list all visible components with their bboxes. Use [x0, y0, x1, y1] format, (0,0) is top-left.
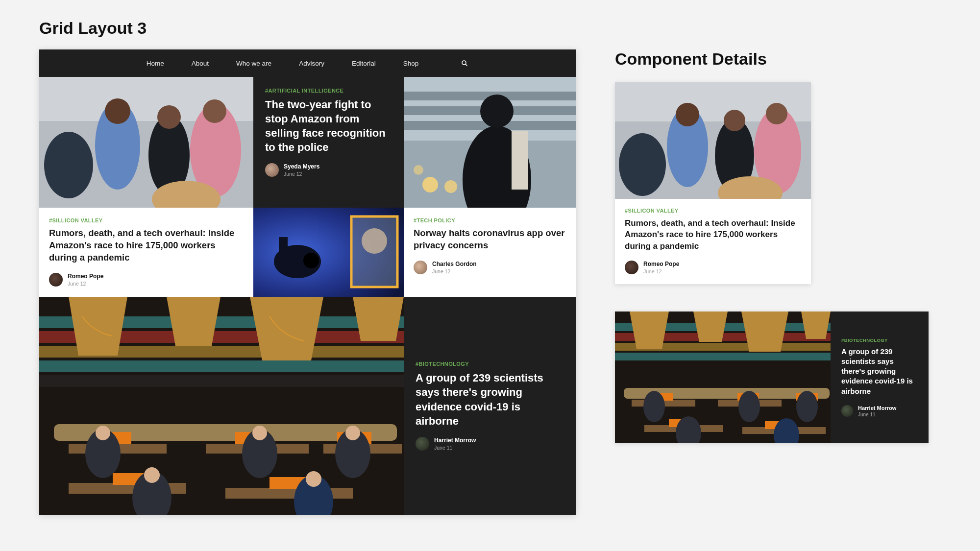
- card-tech-tag: #TECH POLICY: [414, 217, 566, 223]
- svg-point-0: [462, 61, 466, 65]
- svg-point-54: [345, 426, 360, 440]
- publish-date: June 12: [643, 268, 679, 274]
- svg-point-18: [480, 95, 514, 128]
- card-dark-byline: Harriet Morrow June 11: [841, 405, 918, 417]
- svg-rect-35: [39, 375, 404, 387]
- hero-image-camera: [253, 208, 404, 297]
- grid-layout-preview: Home About Who we are Advisory Editorial…: [39, 49, 576, 515]
- hero-image-crowd: [39, 77, 253, 208]
- svg-point-61: [676, 103, 699, 126]
- hero-image-street: [404, 77, 576, 208]
- avatar: [625, 261, 638, 274]
- svg-rect-19: [512, 131, 528, 190]
- svg-point-20: [422, 177, 438, 192]
- card-bio[interactable]: #BIOTECHNOLOGY A group of 239 scientists…: [404, 297, 576, 515]
- card-tech-byline: Charles Gordon June 12: [414, 261, 566, 274]
- card-ai[interactable]: #ARTIFICIAL INTELLIGENCE The two-year fi…: [253, 77, 404, 208]
- card-silicon-byline: Romeo Pope June 12: [49, 273, 244, 287]
- svg-line-1: [466, 64, 467, 66]
- nav-who[interactable]: Who we are: [236, 60, 271, 67]
- card-silicon-title: Rumors, death, and a tech overhaul: Insi…: [49, 227, 244, 264]
- hero-image-restaurant: [39, 297, 404, 515]
- svg-rect-39: [225, 488, 353, 499]
- author-name: Romeo Pope: [68, 273, 103, 280]
- author-name: Romeo Pope: [643, 261, 679, 267]
- publish-date: June 11: [858, 412, 896, 417]
- svg-point-26: [362, 228, 387, 254]
- svg-rect-34: [39, 360, 404, 372]
- svg-point-59: [619, 133, 666, 196]
- svg-point-8: [157, 105, 181, 129]
- avatar: [841, 405, 853, 417]
- svg-point-83: [738, 391, 760, 422]
- card-light-image: [615, 82, 811, 199]
- svg-rect-71: [615, 353, 831, 360]
- publish-date: June 12: [432, 268, 477, 274]
- avatar: [416, 437, 429, 451]
- card-light-tag: #SILLICON VALLEY: [625, 208, 801, 214]
- svg-point-22: [414, 165, 423, 175]
- svg-point-56: [306, 471, 321, 487]
- card-ai-title: The two-year fight to stop Amazon from s…: [265, 97, 392, 154]
- nav-shop[interactable]: Shop: [403, 60, 419, 67]
- card-ai-byline: Syeda Myers June 12: [265, 163, 392, 177]
- nav-home[interactable]: Home: [147, 60, 164, 67]
- nav-advisory[interactable]: Advisory: [299, 60, 324, 67]
- svg-point-21: [444, 180, 457, 193]
- search-icon[interactable]: [461, 59, 468, 67]
- card-light-byline: Romeo Pope June 12: [625, 261, 801, 274]
- author-name: Syeda Myers: [284, 163, 319, 170]
- avatar: [414, 261, 427, 274]
- card-tech-title: Norway halts corona­virus app over priva…: [414, 227, 566, 252]
- author-name: Harriet Morrow: [858, 405, 896, 411]
- svg-point-4: [44, 132, 93, 198]
- svg-point-82: [643, 391, 665, 422]
- card-silicon-tag: #SILLICON VALLEY: [49, 217, 244, 223]
- card-silicon[interactable]: #SILLICON VALLEY Rumors, death, and a te…: [39, 208, 253, 297]
- publish-date: June 11: [434, 445, 476, 451]
- details-title: Component Details: [615, 49, 933, 69]
- component-card-dark[interactable]: #BIOTECHNOLOGY A group of 239 scientists…: [615, 311, 929, 443]
- svg-point-65: [766, 103, 787, 124]
- card-light-title: Rumors, death, and a tech overhaul: Insi…: [625, 217, 801, 252]
- card-bio-tag: #BIOTECHNOLOGY: [416, 361, 562, 367]
- card-dark-tag: #BIOTECHNOLOGY: [841, 337, 918, 343]
- svg-rect-29: [279, 237, 288, 257]
- nav-about[interactable]: About: [192, 60, 209, 67]
- avatar: [49, 273, 63, 287]
- card-ai-tag: #ARTIFICIAL INTELLIGENCE: [265, 88, 392, 94]
- card-tech[interactable]: #TECH POLICY Norway halts corona­virus a…: [404, 208, 576, 297]
- card-dark-image: [615, 311, 831, 443]
- svg-point-84: [796, 391, 818, 422]
- svg-point-55: [144, 467, 160, 483]
- page-title: Grid Layout 3: [39, 19, 941, 38]
- card-dark-title: A group of 239 scientists says there's g…: [841, 347, 918, 396]
- svg-point-63: [724, 110, 745, 131]
- component-card-light[interactable]: #SILLICON VALLEY Rumors, death, and a te…: [615, 82, 811, 284]
- svg-point-52: [96, 426, 110, 440]
- author-name: Harriet Morrow: [434, 437, 476, 444]
- card-bio-byline: Harriet Morrow June 11: [416, 437, 562, 451]
- top-nav: Home About Who we are Advisory Editorial…: [39, 49, 576, 77]
- svg-point-10: [203, 99, 226, 123]
- nav-editorial[interactable]: Editorial: [352, 60, 376, 67]
- svg-point-6: [105, 98, 130, 124]
- publish-date: June 12: [68, 281, 103, 287]
- publish-date: June 12: [284, 171, 319, 177]
- card-bio-title: A group of 239 scientists says there's g…: [416, 371, 562, 428]
- svg-point-28: [303, 253, 319, 268]
- author-name: Charles Gordon: [432, 261, 477, 267]
- svg-point-53: [252, 426, 267, 440]
- avatar: [265, 163, 279, 177]
